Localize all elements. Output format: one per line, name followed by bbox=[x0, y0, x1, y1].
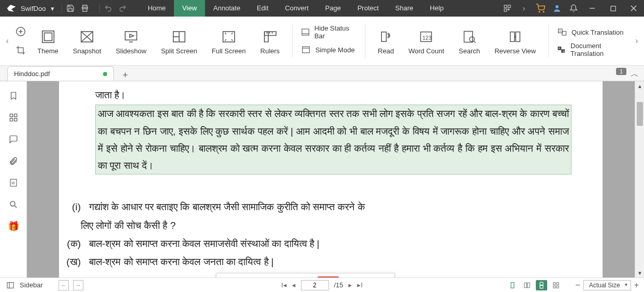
svg-point-37 bbox=[470, 37, 474, 41]
q1-text-b: लिए लोगों की सोच कैसी है ? bbox=[81, 217, 175, 234]
menu-protect[interactable]: Protect bbox=[349, 0, 387, 17]
rulers-button[interactable]: Rulers bbox=[255, 20, 285, 62]
svg-marker-21 bbox=[130, 34, 134, 37]
strikethrough-icon[interactable] bbox=[295, 276, 316, 278]
simple-mode-button[interactable]: Simple Mode bbox=[301, 42, 357, 57]
svg-text:123: 123 bbox=[422, 34, 432, 40]
svg-rect-75 bbox=[553, 286, 555, 288]
zoom-select[interactable]: Actual Size bbox=[583, 280, 631, 290]
last-page-icon[interactable]: ▸I bbox=[357, 281, 363, 289]
menu-help[interactable]: Help bbox=[421, 0, 452, 17]
slideshow-button[interactable]: Slideshow bbox=[111, 20, 152, 62]
continuous-view-icon[interactable] bbox=[536, 280, 547, 290]
snapshot-button[interactable]: Snapshot bbox=[68, 20, 107, 62]
user-icon[interactable] bbox=[549, 0, 565, 17]
nav-forward-icon[interactable]: → bbox=[73, 280, 83, 290]
highlight-icon[interactable] bbox=[249, 276, 271, 278]
next-page-icon[interactable]: ▸ bbox=[348, 281, 352, 289]
svg-rect-0 bbox=[83, 9, 87, 11]
first-page-icon[interactable]: I◂ bbox=[281, 281, 287, 289]
svg-rect-16 bbox=[44, 33, 52, 40]
search-sidebar-icon[interactable] bbox=[6, 197, 21, 212]
redo-icon[interactable] bbox=[119, 4, 133, 12]
gift-icon[interactable]: 🎁 bbox=[6, 219, 21, 233]
split-screen-button[interactable]: Split Screen bbox=[156, 20, 202, 62]
document-translation-button[interactable]: A文Document Translation bbox=[557, 42, 630, 57]
zoom-out-icon[interactable]: − bbox=[575, 281, 580, 290]
menu-edit[interactable]: Edit bbox=[248, 0, 276, 17]
scroll-thumb[interactable] bbox=[637, 102, 643, 126]
thumbnails-icon[interactable] bbox=[6, 110, 21, 125]
tab-hinddoc[interactable]: Hinddoc.pdf bbox=[7, 66, 114, 81]
maximize-button[interactable] bbox=[603, 0, 623, 17]
app-dropdown[interactable]: ▾ bbox=[48, 5, 57, 12]
menu-share[interactable]: Share bbox=[387, 0, 422, 17]
document-viewport[interactable]: जाता है। आज आवश्यकता इस बात की है कि सरक… bbox=[27, 81, 635, 278]
svg-rect-40 bbox=[516, 32, 520, 41]
search-button[interactable]: Search bbox=[453, 20, 485, 62]
document-page: जाता है। आज आवश्यकता इस बात की है कि सरक… bbox=[59, 81, 603, 278]
vertical-scrollbar[interactable]: ▲ ▼ bbox=[635, 81, 644, 278]
crop-icon[interactable] bbox=[13, 43, 28, 57]
nav-back-icon[interactable]: ← bbox=[58, 280, 69, 290]
document-tabs: Hinddoc.pdf + 1 ︿ bbox=[0, 66, 644, 81]
read-button[interactable]: Read bbox=[373, 20, 399, 62]
app-name: SwifDoo bbox=[21, 5, 46, 12]
attachments-icon[interactable] bbox=[6, 154, 21, 168]
single-page-view-icon[interactable] bbox=[507, 280, 518, 290]
reverse-view-button[interactable]: Reverse View bbox=[489, 20, 541, 62]
quick-translation-button[interactable]: AQuick Translation bbox=[557, 25, 630, 39]
selected-text-block[interactable]: आज आवश्यकता इस बात की है कि सरकारी स्तर … bbox=[95, 105, 572, 174]
ribbon-scroll-left[interactable]: ‹ bbox=[3, 25, 11, 56]
scroll-up-icon[interactable]: ▲ bbox=[635, 81, 644, 91]
menu-page[interactable]: Page bbox=[317, 0, 349, 17]
quick-translation-icon[interactable]: 文A bbox=[317, 276, 339, 278]
word-export-icon[interactable]: W bbox=[6, 176, 21, 190]
undo-icon[interactable] bbox=[104, 4, 119, 12]
bookmark-icon[interactable] bbox=[6, 89, 21, 103]
grid-view-icon[interactable] bbox=[550, 280, 562, 290]
full-screen-button[interactable]: Full Screen bbox=[207, 20, 251, 62]
underline-icon[interactable] bbox=[272, 276, 294, 278]
collapse-ribbon-icon[interactable]: ︿ bbox=[631, 69, 639, 80]
ribbon-scroll-right[interactable]: › bbox=[633, 25, 641, 56]
bell-icon[interactable] bbox=[565, 0, 582, 17]
print-icon[interactable] bbox=[81, 4, 95, 12]
cart-icon[interactable] bbox=[532, 0, 549, 17]
new-tab-button[interactable]: + bbox=[118, 70, 133, 81]
menu-view[interactable]: View bbox=[174, 0, 205, 17]
prev-page-icon[interactable]: ◂ bbox=[292, 281, 296, 289]
word-count-button[interactable]: 123 Word Count bbox=[403, 20, 449, 62]
copy-icon[interactable] bbox=[221, 276, 242, 278]
svg-rect-69 bbox=[524, 283, 527, 287]
svg-rect-70 bbox=[528, 283, 530, 287]
scroll-down-icon[interactable]: ▼ bbox=[635, 268, 644, 278]
two-page-view-icon[interactable] bbox=[521, 280, 533, 290]
sidebar: W 🎁 bbox=[0, 81, 27, 278]
new-tab-icon[interactable] bbox=[13, 24, 28, 39]
svg-point-7 bbox=[555, 5, 559, 8]
tab-label: Hinddoc.pdf bbox=[14, 70, 50, 78]
app-logo bbox=[5, 2, 18, 14]
save-icon[interactable] bbox=[66, 4, 81, 12]
svg-rect-2 bbox=[508, 5, 510, 8]
svg-rect-30 bbox=[302, 29, 310, 35]
comments-icon[interactable] bbox=[6, 132, 21, 147]
page-input[interactable] bbox=[301, 280, 329, 290]
note-icon[interactable] bbox=[340, 276, 362, 278]
theme-button[interactable]: Theme bbox=[32, 20, 63, 62]
sidebar-toggle-icon[interactable] bbox=[5, 281, 16, 289]
menu-annotate[interactable]: Annotate bbox=[205, 0, 248, 17]
menu-convert[interactable]: Convert bbox=[277, 0, 317, 17]
svg-point-6 bbox=[543, 11, 544, 12]
minimize-button[interactable] bbox=[582, 0, 603, 17]
svg-rect-73 bbox=[553, 282, 555, 284]
close-toolbar-icon[interactable] bbox=[369, 276, 390, 278]
zoom-in-icon[interactable]: + bbox=[634, 281, 639, 290]
hide-status-bar-button[interactable]: Hide Status Bar bbox=[301, 25, 357, 39]
more-icon[interactable]: › bbox=[516, 0, 532, 17]
svg-rect-71 bbox=[540, 282, 543, 285]
menu-home[interactable]: Home bbox=[139, 0, 174, 17]
qr-icon[interactable] bbox=[499, 0, 516, 17]
close-button[interactable] bbox=[623, 0, 644, 17]
